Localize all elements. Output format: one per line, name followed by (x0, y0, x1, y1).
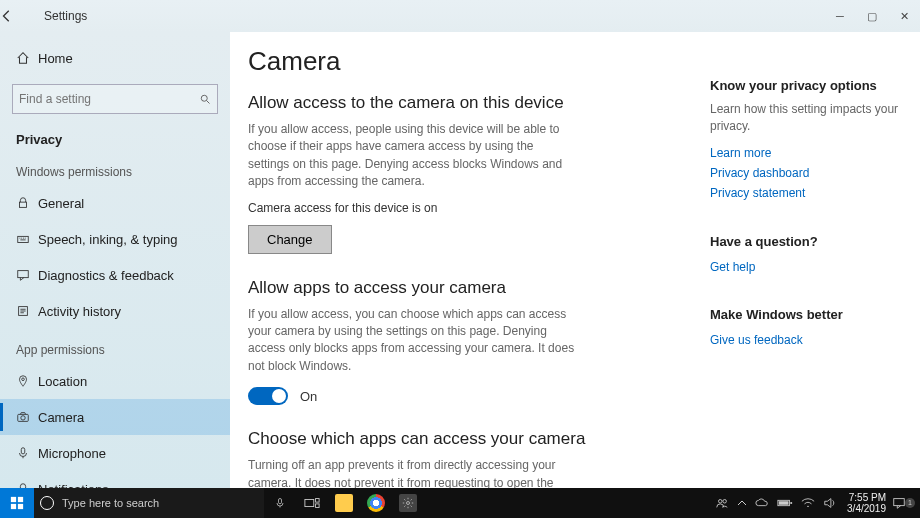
taskbar: Type here to search 7:55 PM (0, 488, 920, 518)
camera-access-status: Camera access for this device is on (248, 201, 682, 215)
nav-label: Location (38, 374, 87, 389)
nav-microphone[interactable]: Microphone (0, 435, 230, 471)
toggle-state-label: On (300, 389, 317, 404)
svg-point-19 (723, 500, 727, 504)
svg-rect-12 (18, 504, 23, 509)
location-icon (16, 374, 38, 388)
task-view-button[interactable] (296, 488, 328, 518)
wifi-icon[interactable] (797, 497, 819, 509)
titlebar: Settings ─ ▢ ✕ (0, 0, 920, 32)
cortana-icon (40, 496, 54, 510)
nav-label: Microphone (38, 446, 106, 461)
link-learn-more[interactable]: Learn more (710, 143, 900, 163)
svg-point-7 (21, 416, 25, 420)
back-button[interactable] (0, 9, 40, 23)
group-windows-permissions: Windows permissions (0, 151, 230, 185)
change-button[interactable]: Change (248, 225, 332, 254)
section3-body: Turning off an app prevents it from dire… (248, 457, 578, 488)
link-privacy-dashboard[interactable]: Privacy dashboard (710, 163, 900, 183)
nav-camera[interactable]: Camera (0, 399, 230, 435)
taskbar-app-chrome[interactable] (360, 488, 392, 518)
home-icon (16, 51, 38, 65)
system-tray: 7:55 PM 3/4/2019 1 (711, 492, 920, 514)
nav-general[interactable]: General (0, 185, 230, 221)
link-give-feedback[interactable]: Give us feedback (710, 330, 900, 350)
svg-rect-1 (20, 202, 27, 207)
svg-rect-3 (18, 271, 29, 278)
svg-rect-21 (790, 502, 792, 504)
maximize-button[interactable]: ▢ (856, 10, 888, 23)
notif-badge: 1 (905, 498, 915, 508)
keyboard-icon (16, 232, 38, 246)
nav-activity[interactable]: Activity history (0, 293, 230, 329)
svg-point-0 (201, 95, 207, 101)
nav-label: Diagnostics & feedback (38, 268, 174, 283)
search-input[interactable] (19, 92, 199, 106)
svg-rect-8 (21, 448, 25, 454)
svg-point-17 (407, 502, 410, 505)
onedrive-icon[interactable] (751, 498, 773, 508)
battery-icon[interactable] (773, 498, 797, 508)
svg-rect-16 (316, 504, 320, 508)
close-button[interactable]: ✕ (888, 10, 920, 23)
settings-search[interactable] (12, 84, 218, 114)
date-label: 3/4/2019 (847, 503, 886, 514)
nav-speech[interactable]: Speech, inking, & typing (0, 221, 230, 257)
microphone-icon (16, 446, 38, 460)
svg-rect-13 (279, 499, 282, 504)
minimize-button[interactable]: ─ (824, 10, 856, 22)
taskbar-search-placeholder: Type here to search (62, 497, 159, 509)
feedback-icon (16, 268, 38, 282)
home-button[interactable]: Home (0, 40, 230, 76)
section1-body: If you allow access, people using this d… (248, 121, 578, 191)
lock-icon (16, 196, 38, 210)
section2-body: If you allow access, you can choose whic… (248, 306, 578, 376)
category-label: Privacy (0, 122, 230, 151)
people-icon[interactable] (711, 496, 733, 510)
action-center-button[interactable]: 1 (892, 496, 918, 510)
svg-rect-15 (316, 499, 320, 503)
svg-point-18 (719, 500, 723, 504)
taskbar-search[interactable]: Type here to search (34, 488, 264, 518)
svg-rect-14 (305, 499, 314, 506)
section1-heading: Allow access to the camera on this devic… (248, 93, 682, 113)
start-button[interactable] (0, 488, 34, 518)
page-title: Camera (248, 46, 682, 77)
nav-notifications[interactable]: Notifications (0, 471, 230, 488)
link-privacy-statement[interactable]: Privacy statement (710, 183, 900, 203)
info-heading-question: Have a question? (710, 234, 900, 249)
sidebar: Home Privacy Windows permissions General… (0, 32, 230, 488)
cortana-mic-icon[interactable] (264, 488, 296, 518)
svg-rect-10 (18, 497, 23, 502)
link-get-help[interactable]: Get help (710, 257, 900, 277)
window-title: Settings (44, 9, 87, 23)
tray-chevron-up-icon[interactable] (733, 498, 751, 508)
svg-rect-9 (11, 497, 16, 502)
nav-diagnostics[interactable]: Diagnostics & feedback (0, 257, 230, 293)
volume-icon[interactable] (819, 497, 841, 509)
apps-access-toggle[interactable] (248, 387, 288, 405)
clock[interactable]: 7:55 PM 3/4/2019 (841, 492, 892, 514)
svg-point-5 (22, 378, 25, 381)
info-panel: Know your privacy options Learn how this… (700, 32, 920, 488)
section2-heading: Allow apps to access your camera (248, 278, 682, 298)
taskbar-app-explorer[interactable] (328, 488, 360, 518)
svg-rect-11 (11, 504, 16, 509)
info-heading-feedback: Make Windows better (710, 307, 900, 322)
taskbar-app-settings[interactable] (392, 488, 424, 518)
nav-label: Camera (38, 410, 84, 425)
svg-rect-23 (894, 499, 905, 506)
svg-rect-22 (779, 501, 789, 505)
nav-label: Activity history (38, 304, 121, 319)
history-icon (16, 304, 38, 318)
home-label: Home (38, 51, 73, 66)
section3-heading: Choose which apps can access your camera (248, 429, 682, 449)
nav-location[interactable]: Location (0, 363, 230, 399)
nav-label: Speech, inking, & typing (38, 232, 177, 247)
info-heading-privacy: Know your privacy options (710, 78, 900, 93)
camera-icon (16, 410, 38, 424)
time-label: 7:55 PM (847, 492, 886, 503)
group-app-permissions: App permissions (0, 329, 230, 363)
nav-label: General (38, 196, 84, 211)
main-panel: Camera Allow access to the camera on thi… (230, 32, 920, 488)
